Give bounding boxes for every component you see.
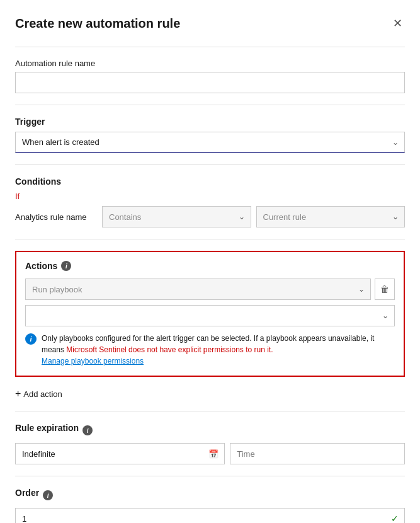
conditions-value-wrapper: Current rule ⌄ [256, 206, 406, 227]
actions-section: Actions i Run playbook Assign owner Chan… [15, 251, 405, 377]
manage-playbook-permissions-link[interactable]: Manage playbook permissions [42, 357, 144, 365]
conditions-label: Conditions [15, 176, 405, 187]
conditions-operator-wrapper: Contains Does not contain Equals ⌄ [102, 206, 251, 227]
close-button[interactable]: ✕ [390, 15, 405, 32]
delete-action-button[interactable]: 🗑 [375, 279, 395, 300]
info-banner-icon: i [25, 333, 37, 345]
actions-info-banner: i Only playbooks configured for the aler… [25, 333, 395, 367]
order-label: Order [15, 488, 39, 498]
trigger-select-wrapper: When alert is created When incident is c… [15, 132, 405, 153]
add-action-label: Add action [23, 389, 62, 399]
conditions-section: Conditions If Analytics rule name Contai… [15, 176, 405, 227]
action-row-1: Run playbook Assign owner Change status … [25, 279, 395, 300]
divider-6 [15, 476, 405, 476]
rule-expiration-row: Indefinite Custom 📅 [15, 443, 405, 464]
create-automation-rule-modal: Create new automation rule ✕ Automation … [0, 0, 420, 523]
conditions-value-select[interactable]: Current rule [256, 206, 406, 227]
conditions-if-label: If [15, 192, 405, 201]
info-text-highlight: Microsoft Sentinel does not have explici… [66, 345, 273, 354]
order-section: Order i ✓ [15, 488, 405, 523]
modal-title: Create new automation rule [15, 16, 180, 31]
rule-expiration-label: Rule expiration [15, 423, 79, 433]
trigger-label: Trigger [15, 117, 405, 127]
action-playbook-wrapper: ⌄ [25, 305, 395, 326]
actions-info-icon: i [61, 261, 71, 271]
action-playbook-row: ⌄ [25, 305, 395, 326]
order-check-icon: ✓ [391, 514, 399, 523]
divider-3 [15, 164, 405, 165]
trash-icon: 🗑 [380, 284, 389, 294]
automation-rule-name-label: Automation rule name [15, 59, 405, 68]
conditions-field-label: Analytics rule name [15, 212, 97, 222]
order-info-icon: i [43, 490, 53, 500]
divider-5 [15, 411, 405, 411]
divider-1 [15, 47, 405, 47]
modal-header: Create new automation rule ✕ [15, 15, 405, 32]
trigger-select[interactable]: When alert is created When incident is c… [15, 132, 405, 153]
add-action-plus-icon: + [15, 388, 21, 399]
actions-header: Actions i [25, 261, 395, 271]
action-playbook-select[interactable] [25, 305, 395, 326]
action-type-wrapper: Run playbook Assign owner Change status … [25, 279, 371, 300]
action-type-select[interactable]: Run playbook Assign owner Change status … [25, 279, 371, 300]
expiration-select[interactable]: Indefinite Custom [15, 443, 225, 464]
actions-info-text: Only playbooks configured for the alert … [42, 333, 395, 367]
automation-rule-name-input[interactable] [15, 72, 405, 93]
conditions-row: Analytics rule name Contains Does not co… [15, 206, 405, 227]
expiration-select-wrapper: Indefinite Custom 📅 [15, 443, 225, 464]
order-input[interactable] [15, 508, 405, 523]
expiration-time-input[interactable] [230, 443, 405, 464]
add-action-button[interactable]: + Add action [15, 386, 62, 402]
divider-4 [15, 239, 405, 239]
conditions-operator-select[interactable]: Contains Does not contain Equals [102, 206, 251, 227]
automation-rule-name-section: Automation rule name [15, 59, 405, 93]
actions-title: Actions [25, 261, 57, 271]
trigger-section: Trigger When alert is created When incid… [15, 117, 405, 153]
rule-expiration-section: Rule expiration i Indefinite Custom 📅 [15, 423, 405, 464]
order-input-wrapper: ✓ [15, 508, 405, 523]
divider-2 [15, 105, 405, 105]
expiration-time-wrapper [230, 443, 405, 464]
rule-expiration-info-icon: i [82, 425, 93, 435]
